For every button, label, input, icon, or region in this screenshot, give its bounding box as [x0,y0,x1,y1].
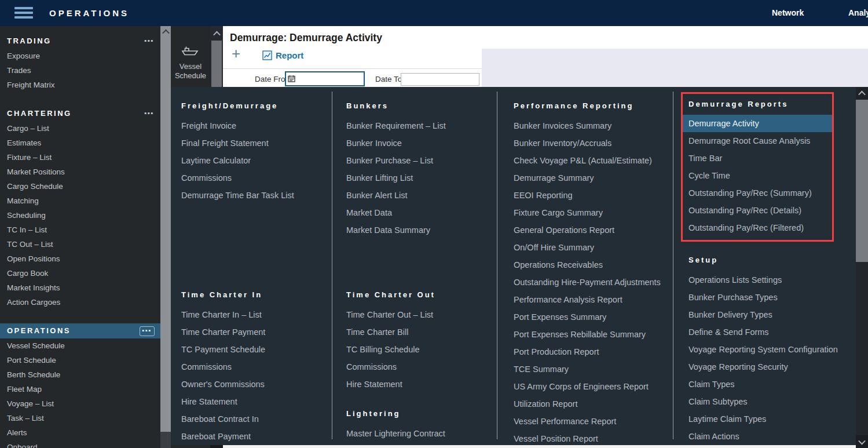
trading-options-icon[interactable]: ⋯ [144,34,155,49]
menu-item[interactable]: Performance Analysis Report [514,291,670,308]
sidebar-item[interactable]: Estimates [0,136,160,150]
sidebar-item[interactable]: Voyage – List [0,396,160,411]
menu-item[interactable]: Bareboat Contract In [181,410,326,428]
menu-item[interactable]: Demurrage Summary [514,169,670,187]
menu-item[interactable]: Voyage Reporting Security [688,358,855,376]
add-button[interactable]: + [232,46,240,61]
menu-item[interactable]: Freight Invoice [181,117,326,134]
sidebar-item[interactable]: Cargo Schedule [0,179,160,194]
nav-network[interactable]: Network [772,0,804,26]
menu-item[interactable]: Time Charter Bill [346,323,491,341]
operations-options-icon[interactable]: ⋯ [140,326,155,336]
menu-scrollbar[interactable] [856,87,868,448]
sidebar-section-chartering[interactable]: CHARTERING ⋯ [0,106,160,121]
menu-item[interactable]: Laytime Claim Types [688,410,855,428]
menu-item[interactable]: Bunker Lifting List [346,169,491,187]
sidebar-item[interactable]: Open Positions [0,252,160,266]
menu-item[interactable]: TC Payment Schedule [181,341,326,358]
menu-item[interactable]: Demurrage Root Cause Analysis [683,132,832,150]
menu-item[interactable]: Time Charter Payment [181,323,326,341]
menu-item[interactable]: Commissions [181,358,326,376]
menu-item[interactable]: Utilization Report [514,395,670,413]
chartering-options-icon[interactable]: ⋯ [144,106,155,121]
sidebar-item[interactable]: Fleet Map [0,382,160,396]
hamburger-menu-icon[interactable] [14,7,33,19]
menu-item[interactable]: Demurrage Activity [683,115,832,132]
menu-item[interactable]: Bunker Inventory/Accruals [514,134,670,152]
sidebar-item[interactable]: Berth Schedule [0,367,160,382]
menu-item[interactable]: Bunker Alert List [346,187,491,204]
menu-item[interactable]: On/Off Hire Summary [514,239,670,256]
sidebar-scrollbar-thumb[interactable] [160,26,171,432]
sidebar-item[interactable]: Market Insights [0,281,160,295]
menu-item[interactable]: TCE Summary [514,360,670,378]
menu-item[interactable]: Market Data [346,204,491,221]
menu-item[interactable]: Bareboat Payment [181,428,326,445]
menu-item[interactable]: Time Charter Out – List [346,306,491,323]
menu-item[interactable]: Outstanding Pay/Rec (Summary) [683,184,832,202]
date-from-input[interactable] [285,71,365,86]
sidebar-item[interactable]: Market Positions [0,165,160,179]
menu-item[interactable]: Time Bar [683,150,832,167]
sidebar-item[interactable]: Freight Matrix [0,78,160,92]
menu-item[interactable]: Bunker Purchase – List [346,152,491,169]
sidebar-item[interactable]: Matching [0,194,160,208]
menu-item[interactable]: Operations Lists Settings [688,271,855,289]
sidebar-item[interactable]: Port Schedule [0,353,160,367]
menu-item[interactable]: Operations Receivables [514,256,670,274]
scroll-up-icon[interactable] [856,87,868,100]
sidebar-item[interactable]: Cargo Book [0,266,160,281]
menu-item[interactable]: Hire Statement [346,376,491,393]
sidebar-scrollbar[interactable] [160,26,171,448]
menu-item[interactable]: Fixture Cargo Summary [514,204,670,221]
nav-analytics[interactable]: Analytics [848,0,868,26]
menu-item[interactable]: EEOI Reporting [514,187,670,204]
menu-item[interactable]: Vessel Performance Report [514,413,670,430]
sidebar-section-trading[interactable]: TRADING ⋯ [0,34,160,49]
menu-item[interactable]: Outstanding Hire-Payment Adjustments [514,274,670,291]
menu-item[interactable]: Hire Statement [181,393,326,410]
menu-item[interactable]: Bunker Purchase Types [688,289,855,306]
sidebar-item[interactable]: Cargo – List [0,121,160,136]
sidebar-item[interactable]: Onboard [0,440,160,448]
sidebar-item[interactable]: Alerts [0,425,160,440]
menu-item[interactable]: Bunker Invoice [346,134,491,152]
menu-item[interactable]: Market Data Summary [346,221,491,239]
menu-item[interactable]: Time Charter In – List [181,306,326,323]
sidebar-item[interactable]: Scheduling [0,208,160,223]
tab-vessel-schedule[interactable]: Vessel Schedule [171,43,210,81]
menu-item[interactable]: Bunker Invoices Summary [514,117,670,134]
sidebar-item[interactable]: Fixture – List [0,150,160,165]
menu-item[interactable]: Commissions [346,358,491,376]
menu-item[interactable]: TC Billing Schedule [346,341,491,358]
menu-item[interactable]: Claim Subtypes [688,393,855,410]
menu-item[interactable]: Laytime Calculator [181,152,326,169]
scroll-down-icon[interactable] [856,435,868,448]
menu-item[interactable]: US Army Corps of Engineers Report [514,378,670,395]
sidebar-item[interactable]: Exposure [0,49,160,63]
menu-item[interactable]: Final Freight Statement [181,134,326,152]
date-to-input[interactable] [401,73,479,86]
menu-item[interactable]: Bunker Requirement – List [346,117,491,134]
menu-item[interactable]: General Operations Report [514,221,670,239]
menu-scrollbar-thumb[interactable] [856,100,868,262]
menu-item[interactable]: Demurrage Time Bar Task List [181,187,326,204]
sidebar-item[interactable]: TC In – List [0,223,160,237]
menu-item[interactable]: Master Lightering Contract [346,425,491,442]
menu-item[interactable]: Owner's Commissions [181,376,326,393]
menu-item[interactable]: Voyage Reporting System Configuration [688,341,855,358]
menu-item[interactable]: Check Voyage P&L (Actual/Estimate) [514,152,670,169]
sidebar-section-operations[interactable]: OPERATIONS ⋯ [0,323,160,338]
report-button[interactable]: Report [262,50,303,60]
menu-item[interactable]: Bunker Delivery Types [688,306,855,323]
scroll-up-icon[interactable] [160,26,171,38]
menu-item[interactable]: Outstanding Pay/Rec (Details) [683,202,832,219]
menu-item[interactable]: Port Production Report [514,343,670,360]
sidebar-item[interactable]: Trades [0,63,160,78]
menu-item[interactable]: Claim Types [688,376,855,393]
sidebar-item[interactable]: Action Cargoes [0,295,160,309]
menu-item[interactable]: Port Expenses Rebillable Summary [514,326,670,343]
scroll-up-icon[interactable] [210,28,223,39]
menu-item[interactable]: Claim Actions [688,428,855,445]
menu-item[interactable]: Commissions [181,169,326,187]
